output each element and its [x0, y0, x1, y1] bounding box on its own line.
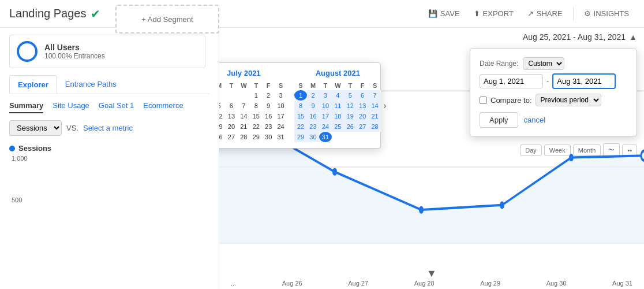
compare-checkbox[interactable] [480, 97, 487, 104]
vs-label: VS. [66, 124, 78, 132]
compare-select[interactable]: Previous period [536, 94, 601, 106]
x-label-aug27: Aug 27 [348, 280, 368, 287]
x-axis: ... Aug 26 Aug 27 Aug 28 Aug 29 Aug 30 A… [219, 280, 644, 287]
aug-nav: August 2021 [294, 69, 381, 77]
header-right: 💾 SAVE ⬆ EXPORT ↗ SHARE ⚙ INSIGHTS [422, 6, 635, 21]
share-button[interactable]: ↗ SHARE [522, 6, 568, 21]
header-left: Landing Pages ✔ [9, 7, 100, 21]
cancel-link[interactable]: cancel [524, 116, 546, 124]
x-label-aug31: Aug 31 [612, 280, 632, 287]
date-dash: - [546, 77, 549, 86]
segment-sub: 100.00% Entrances [44, 52, 105, 60]
header: Landing Pages ✔ 💾 SAVE ⬆ EXPORT ↗ SHARE … [0, 0, 644, 28]
sidebar: All Users 100.00% Entrances + Add Segmen… [0, 28, 219, 289]
verified-icon: ✔ [91, 7, 100, 21]
date-range-label: Date Range: Custom [480, 57, 627, 70]
export-icon: ⬆ [474, 9, 480, 18]
sub-tabs: Summary Site Usage Goal Set 1 Ecommerce [9, 99, 209, 113]
segment-info: All Users 100.00% Entrances [44, 43, 105, 60]
sessions-select[interactable]: Sessions [9, 120, 62, 136]
july-title: July 2021 [219, 69, 287, 77]
end-date-input[interactable] [552, 73, 616, 89]
calendar-august: August 2021 SMTWTFS 1234567 891011121314… [294, 69, 381, 142]
add-segment-button[interactable]: + Add Segment [115, 5, 219, 34]
x-label-aug29: Aug 29 [480, 280, 500, 287]
export-button[interactable]: ⬆ EXPORT [468, 6, 519, 21]
sub-tab-goal-set-1[interactable]: Goal Set 1 [99, 99, 134, 113]
sessions-legend-label: Sessions [18, 144, 51, 153]
aug-header: SMTWTFS [294, 81, 381, 90]
sessions-dot-icon [9, 146, 15, 151]
save-icon: 💾 [428, 9, 437, 18]
caret-up-icon: ▲ [629, 32, 637, 42]
sub-tab-site-usage[interactable]: Site Usage [53, 99, 89, 113]
calendars-container: June 2021 SMTWTFS 12345 6789101112 13141… [219, 69, 381, 142]
start-date-input[interactable] [480, 74, 543, 88]
calendar-outer: ‹ June 2021 SMTWTFS 12345 6789101112 [219, 69, 375, 142]
insights-button[interactable]: ⚙ INSIGHTS [578, 6, 635, 21]
svg-point-7 [500, 201, 504, 209]
scroll-down-icon[interactable]: ▼ [426, 268, 437, 280]
insights-icon: ⚙ [584, 9, 591, 18]
svg-point-6 [419, 206, 424, 213]
main-tabs: Explorer Entrance Paths [9, 75, 209, 94]
calendar-july: July 2021 SMTWTFS 123 45678910 111213141… [219, 69, 287, 142]
svg-point-9 [641, 151, 644, 160]
x-label-aug26: Aug 26 [282, 280, 302, 287]
header-divider [573, 7, 574, 21]
date-inputs-panel: Date Range: Custom - Compare to: Previou… [470, 49, 637, 136]
add-segment-label: + Add Segment [141, 15, 193, 24]
page-title: Landing Pages [9, 7, 86, 20]
x-label-aug30: Aug 30 [546, 280, 567, 287]
y-axis-max: 1,000 [12, 155, 209, 162]
tab-explorer[interactable]: Explorer [9, 75, 57, 94]
segment-name: All Users [44, 43, 105, 52]
aug-days: 1234567 891011121314 15161718192021 2223… [294, 90, 381, 142]
sub-tab-summary[interactable]: Summary [9, 99, 43, 113]
right-content: Aug 25, 2021 - Aug 31, 2021 ▲ ‹ June 202… [219, 28, 644, 289]
y-axis-mid: 500 [12, 197, 209, 203]
svg-point-8 [569, 154, 574, 161]
svg-point-5 [332, 168, 337, 176]
date-range-select[interactable]: Custom [523, 57, 564, 70]
action-row: Apply cancel [480, 112, 627, 128]
july-days: 123 45678910 11121314151617 181920212223… [219, 90, 287, 142]
select-metric-link[interactable]: Select a metric [83, 124, 133, 132]
metric-row: Sessions VS. Select a metric [9, 120, 209, 136]
apply-button[interactable]: Apply [480, 112, 518, 128]
date-range-header[interactable]: Aug 25, 2021 - Aug 31, 2021 ▲ [523, 32, 637, 42]
sub-tab-ecommerce[interactable]: Ecommerce [143, 99, 183, 113]
segment-box: All Users 100.00% Entrances [9, 35, 205, 68]
segment-icon [17, 41, 38, 62]
main-container: All Users 100.00% Entrances + Add Segmen… [0, 28, 644, 289]
x-label-start: ... [231, 280, 236, 287]
calendar-dropdown: ‹ June 2021 SMTWTFS 12345 6789101112 [219, 62, 381, 149]
compare-label: Compare to: [491, 96, 532, 105]
sessions-legend: Sessions [9, 144, 209, 153]
x-label-aug28: Aug 28 [414, 280, 435, 287]
save-button[interactable]: 💾 SAVE [422, 6, 466, 21]
calendar-next-button[interactable]: › [381, 101, 388, 111]
aug-title: August 2021 [294, 69, 381, 77]
july-header: SMTWTFS [219, 81, 287, 90]
july-nav: July 2021 [219, 69, 287, 77]
compare-row: Compare to: Previous period [480, 94, 627, 106]
tab-entrance-paths[interactable]: Entrance Paths [57, 75, 125, 94]
share-icon: ↗ [527, 9, 534, 18]
date-inputs-row: - [480, 73, 627, 89]
date-range-display: Aug 25, 2021 - Aug 31, 2021 [523, 32, 626, 42]
